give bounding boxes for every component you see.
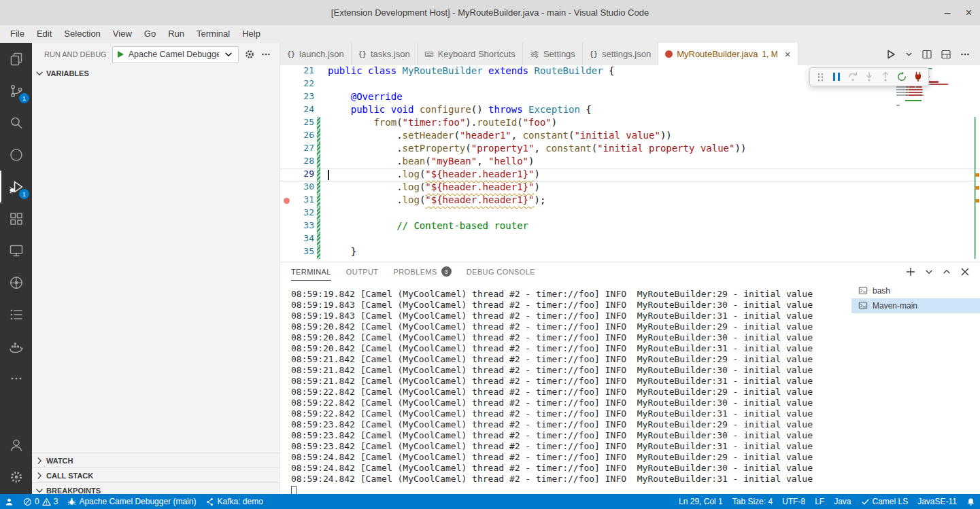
breakpoint-margin[interactable] xyxy=(280,130,292,143)
code-line-24[interactable]: 24 public void configure() throws Except… xyxy=(280,104,980,117)
tab-settings-json[interactable]: {}settings.json xyxy=(583,43,658,65)
panel-tab-debug-console[interactable]: DEBUG CONSOLE xyxy=(467,263,535,281)
code-line-27[interactable]: 27 .setProperty("property1", constant("i… xyxy=(280,143,980,156)
activity-explorer[interactable] xyxy=(0,43,32,75)
step-out-button[interactable] xyxy=(877,69,894,84)
step-into-button[interactable] xyxy=(861,69,877,84)
code-editor[interactable]: 21public class MyRouteBuilder extends Ro… xyxy=(280,65,980,262)
menu-go[interactable]: Go xyxy=(138,25,162,43)
activity-outline[interactable] xyxy=(0,298,32,330)
status-cursor-position[interactable]: Ln 29, Col 1 xyxy=(674,494,728,509)
code-line-32[interactable]: 32 xyxy=(280,207,980,220)
activity-extensions[interactable] xyxy=(0,203,32,234)
close-panel-button[interactable] xyxy=(960,266,970,277)
customize-layout-button[interactable] xyxy=(941,49,951,60)
problems-status[interactable]: 03 xyxy=(18,494,63,509)
start-debug-icon[interactable] xyxy=(118,51,124,58)
debug-gear-icon[interactable] xyxy=(244,49,255,60)
activity-manage[interactable] xyxy=(0,461,32,493)
breakpoint-margin[interactable] xyxy=(280,117,292,130)
status-camel-ls[interactable]: Camel LS xyxy=(856,494,913,509)
breakpoint-margin[interactable] xyxy=(280,78,292,91)
pause-button[interactable] xyxy=(828,69,845,84)
activity-accounts[interactable] xyxy=(0,429,32,461)
disconnect-button[interactable] xyxy=(910,69,926,84)
status-language-mode[interactable]: Java xyxy=(829,494,856,509)
code-line-31[interactable]: 31 .log("${header.header1}"); xyxy=(280,194,980,207)
activity-search[interactable] xyxy=(0,107,32,139)
breakpoint-margin[interactable] xyxy=(280,207,292,220)
breakpoint-icon[interactable] xyxy=(284,198,290,204)
minimize-button[interactable]: – xyxy=(945,7,951,18)
step-over-button[interactable] xyxy=(845,69,861,84)
breakpoint-margin[interactable] xyxy=(280,220,292,233)
minimap[interactable] xyxy=(896,68,973,262)
code-line-30[interactable]: 30 .log("${header.header1}") xyxy=(280,181,980,194)
breakpoint-margin[interactable] xyxy=(280,65,292,78)
kafka-status[interactable]: Kafka: demo xyxy=(201,494,267,509)
more-actions-button[interactable] xyxy=(960,49,970,60)
breakpoint-margin[interactable] xyxy=(280,233,292,246)
section-watch[interactable]: WATCH xyxy=(32,453,280,468)
status-indentation[interactable]: Tab Size: 4 xyxy=(728,494,777,509)
drag-handle-button[interactable] xyxy=(812,69,828,84)
terminal-session-bash[interactable]: bash xyxy=(851,283,980,298)
close-tab-icon[interactable]: × xyxy=(785,49,791,59)
status-notifications[interactable] xyxy=(962,494,980,509)
split-editor-button[interactable] xyxy=(922,49,932,60)
tab-launch-json[interactable]: {}launch.json xyxy=(280,43,352,65)
code-line-34[interactable]: 34 xyxy=(280,233,980,246)
breakpoint-margin[interactable] xyxy=(280,169,292,181)
menu-file[interactable]: File xyxy=(4,25,31,43)
code-line-35[interactable]: 35 } xyxy=(280,246,980,259)
new-terminal-button[interactable] xyxy=(905,266,916,277)
terminal-session-maven-main[interactable]: Maven-main xyxy=(851,298,980,313)
code-line-33[interactable]: 33 // Content-based router xyxy=(280,220,980,233)
status-encoding[interactable]: UTF-8 xyxy=(777,494,810,509)
section-variables[interactable]: VARIABLES xyxy=(32,66,280,81)
activity-kubernetes[interactable] xyxy=(0,266,32,298)
close-window-button[interactable]: × xyxy=(966,7,972,18)
status-eol[interactable]: LF xyxy=(810,494,829,509)
menu-run[interactable]: Run xyxy=(162,25,190,43)
menu-edit[interactable]: Edit xyxy=(31,25,58,43)
activity-remote-explorer[interactable] xyxy=(0,234,32,266)
maximize-panel-button[interactable] xyxy=(942,267,951,277)
menu-terminal[interactable]: Terminal xyxy=(190,25,236,43)
tab-myroutebuilder-java[interactable]: MyRouteBuilder.java1, M× xyxy=(658,43,798,65)
breakpoint-margin[interactable] xyxy=(280,143,292,156)
run-dropdown-button[interactable] xyxy=(905,50,913,58)
code-line-23[interactable]: 23 @Override xyxy=(280,91,980,104)
activity-test-explorer[interactable] xyxy=(0,139,32,171)
breakpoint-margin[interactable] xyxy=(280,194,292,207)
terminal-dropdown-button[interactable] xyxy=(924,267,934,277)
section-call-stack[interactable]: CALL STACK xyxy=(32,468,280,482)
activity-run-and-debug[interactable]: 1 xyxy=(0,171,32,203)
run-button[interactable] xyxy=(885,49,896,60)
terminal-output[interactable]: 08:59:19.842 [Camel (MyCoolCamel) thread… xyxy=(291,289,844,495)
code-line-25[interactable]: 25 from("timer:foo").routeId("foo") xyxy=(280,117,980,130)
tab-keyboard-shortcuts[interactable]: Keyboard Shortcuts xyxy=(418,43,523,65)
panel-tab-output[interactable]: OUTPUT xyxy=(346,263,379,281)
menu-view[interactable]: View xyxy=(107,25,138,43)
panel-tab-terminal[interactable]: TERMINAL xyxy=(291,263,331,281)
restart-button[interactable] xyxy=(894,69,910,84)
menu-help[interactable]: Help xyxy=(236,25,267,43)
status-java-runtime[interactable]: JavaSE-11 xyxy=(913,494,962,509)
launch-config-dropdown[interactable]: Apache Camel Debugge xyxy=(112,46,239,63)
breakpoint-margin[interactable] xyxy=(280,104,292,117)
panel-tab-problems[interactable]: PROBLEMS3 xyxy=(393,263,451,281)
debug-session-status[interactable]: Apache Camel Debugger (main) xyxy=(63,494,201,509)
breakpoint-margin[interactable] xyxy=(280,156,292,169)
activity-more-views[interactable] xyxy=(0,362,32,394)
breakpoint-margin[interactable] xyxy=(280,91,292,104)
activity-source-control[interactable]: 1 xyxy=(0,75,32,107)
code-line-29[interactable]: 29 .log("${header.header1}") xyxy=(280,169,980,181)
activity-docker[interactable] xyxy=(0,330,32,362)
tab-settings[interactable]: Settings xyxy=(523,43,583,65)
menu-selection[interactable]: Selection xyxy=(58,25,106,43)
code-line-26[interactable]: 26 .setHeader("header1", constant("initi… xyxy=(280,130,980,143)
sidebar-more-icon[interactable] xyxy=(260,49,271,60)
code-line-28[interactable]: 28 .bean("myBean", "hello") xyxy=(280,156,980,169)
tab-tasks-json[interactable]: {}tasks.json xyxy=(352,43,418,65)
